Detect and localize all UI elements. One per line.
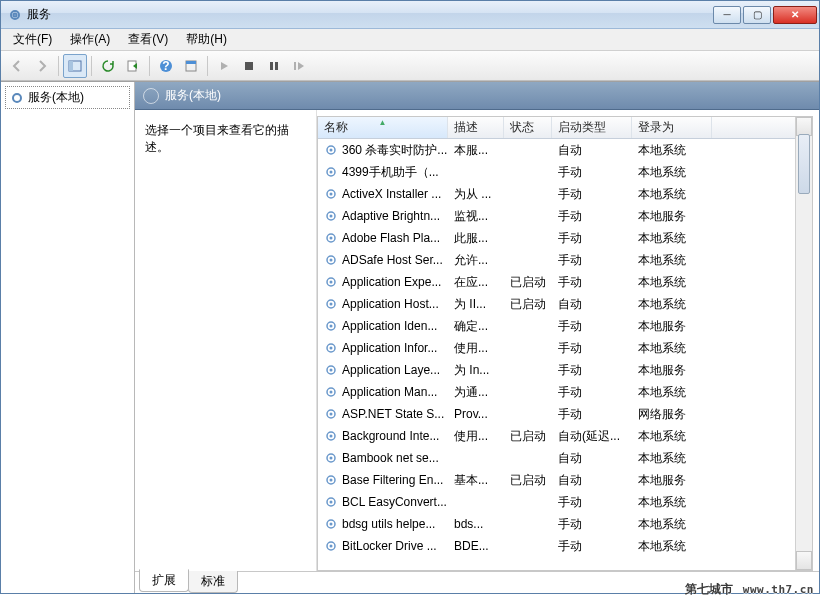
- svg-rect-3: [69, 61, 73, 71]
- svg-point-33: [330, 347, 333, 350]
- svg-rect-11: [275, 62, 278, 70]
- table-row[interactable]: Adobe Flash Pla...此服...手动本地系统: [318, 227, 795, 249]
- cell-startup: 自动: [552, 296, 632, 313]
- table-row[interactable]: bdsg utils helpe...bds...手动本地系统: [318, 513, 795, 535]
- service-rows[interactable]: 360 杀毒实时防护...本服...自动本地系统4399手机助手（...手动本地…: [318, 139, 795, 570]
- menubar: 文件(F) 操作(A) 查看(V) 帮助(H): [1, 29, 819, 51]
- gear-icon: [324, 187, 338, 201]
- cell-desc: 确定...: [448, 318, 504, 335]
- svg-point-1: [14, 13, 17, 16]
- stop-service-button[interactable]: [237, 54, 261, 78]
- table-row[interactable]: Application Iden...确定...手动本地服务: [318, 315, 795, 337]
- column-headers: 名称▲描述状态启动类型登录为: [318, 117, 795, 139]
- cell-startup: 手动: [552, 362, 632, 379]
- tree-pane[interactable]: 服务(本地): [1, 82, 135, 593]
- cell-startup: 手动: [552, 340, 632, 357]
- cell-desc: 基本...: [448, 472, 504, 489]
- services-window: 服务 ─ ▢ ✕ 文件(F) 操作(A) 查看(V) 帮助(H) ?: [0, 0, 820, 594]
- maximize-button[interactable]: ▢: [743, 6, 771, 24]
- gear-icon: [324, 319, 338, 333]
- menu-help[interactable]: 帮助(H): [178, 29, 235, 50]
- pause-service-button[interactable]: [262, 54, 286, 78]
- service-list-wrap: 名称▲描述状态启动类型登录为 360 杀毒实时防护...本服...自动本地系统4…: [317, 116, 813, 571]
- svg-point-21: [330, 215, 333, 218]
- start-service-button[interactable]: [212, 54, 236, 78]
- column-header-2[interactable]: 状态: [504, 117, 552, 138]
- svg-point-47: [330, 501, 333, 504]
- cell-desc: 本服...: [448, 142, 504, 159]
- menu-action[interactable]: 操作(A): [62, 29, 118, 50]
- titlebar[interactable]: 服务 ─ ▢ ✕: [1, 1, 819, 29]
- cell-logon: 本地系统: [632, 428, 712, 445]
- body-area: 服务(本地) 服务(本地) 选择一个项目来查看它的描述。 名称▲描述状态启动类型…: [1, 81, 819, 593]
- gear-icon: [324, 341, 338, 355]
- cell-logon: 本地系统: [632, 384, 712, 401]
- table-row[interactable]: Bambook net se...自动本地系统: [318, 447, 795, 469]
- separator: [207, 56, 208, 76]
- help-button[interactable]: ?: [154, 54, 178, 78]
- gear-icon: [324, 429, 338, 443]
- scrollbar-thumb[interactable]: [798, 134, 810, 194]
- cell-logon: 本地系统: [632, 142, 712, 159]
- watermark-brand: 第七城市: [685, 581, 733, 598]
- svg-point-31: [330, 325, 333, 328]
- table-row[interactable]: Base Filtering En...基本...已启动自动本地服务: [318, 469, 795, 491]
- svg-point-39: [330, 413, 333, 416]
- cell-logon: 本地系统: [632, 538, 712, 555]
- vertical-scrollbar[interactable]: [795, 117, 812, 570]
- cell-startup: 自动: [552, 450, 632, 467]
- list-header-title: 服务(本地): [165, 87, 221, 104]
- export-list-button[interactable]: [121, 54, 145, 78]
- gear-icon: [324, 363, 338, 377]
- table-row[interactable]: Application Laye...为 In...手动本地服务: [318, 359, 795, 381]
- table-row[interactable]: BCL EasyConvert...手动本地系统: [318, 491, 795, 513]
- table-row[interactable]: Background Inte...使用...已启动自动(延迟...本地系统: [318, 425, 795, 447]
- svg-point-19: [330, 193, 333, 196]
- column-header-3[interactable]: 启动类型: [552, 117, 632, 138]
- svg-rect-12: [294, 62, 296, 70]
- cell-startup: 手动: [552, 516, 632, 533]
- table-row[interactable]: Application Host...为 II...已启动自动本地系统: [318, 293, 795, 315]
- forward-button[interactable]: [30, 54, 54, 78]
- table-row[interactable]: 360 杀毒实时防护...本服...自动本地系统: [318, 139, 795, 161]
- cell-desc: 使用...: [448, 340, 504, 357]
- back-button[interactable]: [5, 54, 29, 78]
- properties-button[interactable]: [179, 54, 203, 78]
- tab-standard[interactable]: 标准: [188, 571, 238, 593]
- restart-service-button[interactable]: [287, 54, 311, 78]
- table-row[interactable]: Adaptive Brightn...监视...手动本地服务: [318, 205, 795, 227]
- minimize-button[interactable]: ─: [713, 6, 741, 24]
- cell-desc: 此服...: [448, 230, 504, 247]
- show-hide-tree-button[interactable]: [63, 54, 87, 78]
- table-row[interactable]: BitLocker Drive ...BDE...手动本地系统: [318, 535, 795, 557]
- table-row[interactable]: 4399手机助手（...手动本地系统: [318, 161, 795, 183]
- refresh-button[interactable]: [96, 54, 120, 78]
- gear-icon: [324, 495, 338, 509]
- column-header-4[interactable]: 登录为: [632, 117, 712, 138]
- svg-point-35: [330, 369, 333, 372]
- table-row[interactable]: Application Expe...在应...已启动手动本地系统: [318, 271, 795, 293]
- cell-name: ADSafe Host Ser...: [318, 253, 448, 267]
- column-header-1[interactable]: 描述: [448, 117, 504, 138]
- table-row[interactable]: Application Man...为通...手动本地系统: [318, 381, 795, 403]
- cell-desc: BDE...: [448, 539, 504, 553]
- table-row[interactable]: ASP.NET State S...Prov...手动网络服务: [318, 403, 795, 425]
- menu-file[interactable]: 文件(F): [5, 29, 60, 50]
- table-row[interactable]: Application Infor...使用...手动本地系统: [318, 337, 795, 359]
- cell-startup: 手动: [552, 186, 632, 203]
- svg-point-23: [330, 237, 333, 240]
- gear-icon: [324, 385, 338, 399]
- service-list[interactable]: 名称▲描述状态启动类型登录为 360 杀毒实时防护...本服...自动本地系统4…: [318, 117, 795, 570]
- table-row[interactable]: ADSafe Host Ser...允许...手动本地系统: [318, 249, 795, 271]
- gear-icon: [324, 209, 338, 223]
- menu-view[interactable]: 查看(V): [120, 29, 176, 50]
- tree-root-services-local[interactable]: 服务(本地): [5, 86, 130, 109]
- gear-icon: [10, 91, 24, 105]
- svg-point-27: [330, 281, 333, 284]
- column-header-0[interactable]: 名称▲: [318, 117, 448, 138]
- cell-desc: bds...: [448, 517, 504, 531]
- close-button[interactable]: ✕: [773, 6, 817, 24]
- tab-extended[interactable]: 扩展: [139, 569, 189, 592]
- table-row[interactable]: ActiveX Installer ...为从 ...手动本地系统: [318, 183, 795, 205]
- svg-point-25: [330, 259, 333, 262]
